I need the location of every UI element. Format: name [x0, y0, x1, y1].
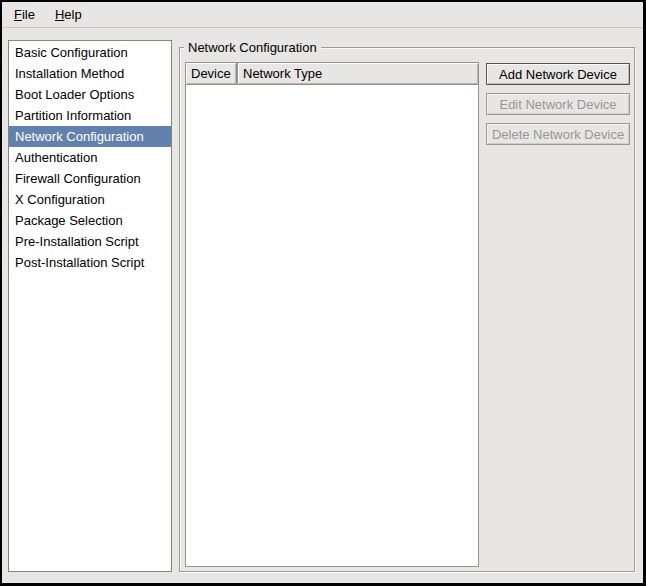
menu-bar: File Help [2, 2, 643, 28]
sidebar-item-network-configuration[interactable]: Network Configuration [9, 126, 171, 147]
column-header-device[interactable]: Device [185, 62, 237, 85]
sidebar-item-firewall-configuration[interactable]: Firewall Configuration [9, 168, 171, 189]
edit-network-device-button[interactable]: Edit Network Device [486, 93, 630, 115]
sidebar-item-x-configuration[interactable]: X Configuration [9, 189, 171, 210]
sidebar-item-partition-information[interactable]: Partition Information [9, 105, 171, 126]
menu-help-label: elp [64, 7, 81, 22]
sidebar-item-pre-installation-script[interactable]: Pre-Installation Script [9, 231, 171, 252]
device-table-header: Device Network Type [185, 62, 479, 85]
add-network-device-button[interactable]: Add Network Device [486, 63, 630, 85]
sidebar-item-installation-method[interactable]: Installation Method [9, 63, 171, 84]
menu-help-mnemonic: H [55, 7, 64, 22]
menu-file-label: ile [22, 7, 35, 22]
sidebar-item-authentication[interactable]: Authentication [9, 147, 171, 168]
menu-file-mnemonic: F [14, 7, 22, 22]
kickstart-configurator-window: File Help Basic Configuration Installati… [0, 0, 646, 586]
menu-file[interactable]: File [11, 5, 38, 24]
network-device-list[interactable] [185, 85, 479, 567]
sidebar-item-basic-configuration[interactable]: Basic Configuration [9, 42, 171, 63]
section-list: Basic Configuration Installation Method … [8, 40, 172, 572]
menu-help[interactable]: Help [52, 5, 85, 24]
sidebar-item-post-installation-script[interactable]: Post-Installation Script [9, 252, 171, 273]
frame-title: Network Configuration [184, 40, 321, 56]
sidebar-item-boot-loader-options[interactable]: Boot Loader Options [9, 84, 171, 105]
delete-network-device-button[interactable]: Delete Network Device [486, 123, 630, 145]
column-header-network-type[interactable]: Network Type [237, 62, 479, 85]
sidebar-item-package-selection[interactable]: Package Selection [9, 210, 171, 231]
